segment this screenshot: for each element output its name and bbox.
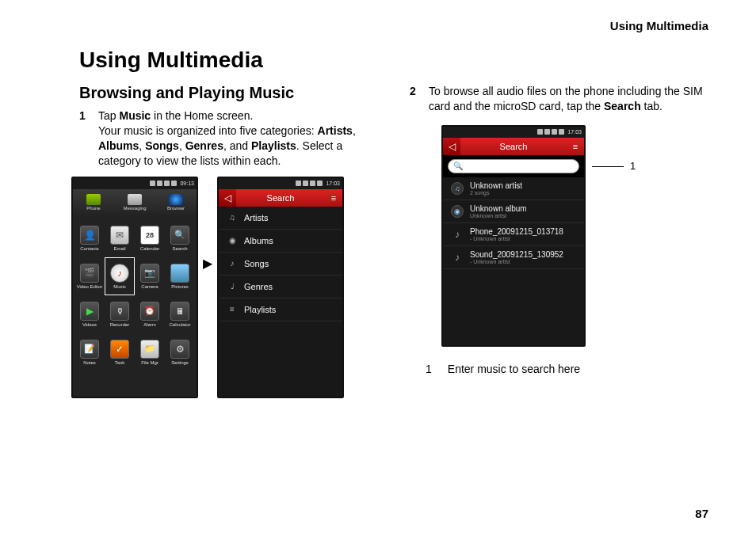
menu-button[interactable]: ≡ (567, 138, 584, 155)
settings-icon (170, 340, 189, 359)
app-label: Pictures (171, 284, 189, 289)
app-label: Videos (82, 322, 97, 327)
search-bar[interactable]: 🔍 (448, 159, 579, 173)
app-camera[interactable]: Camera (135, 257, 165, 295)
back-button[interactable]: ◁ (219, 189, 236, 207)
right-column: 2 To browse all audio files on the phone… (410, 84, 708, 398)
search-input[interactable] (466, 162, 574, 170)
app-ved[interactable]: Video Editor (74, 257, 105, 295)
app-notes[interactable]: Notes (74, 333, 105, 371)
category-icon: ♫ (227, 212, 238, 223)
result-subtitle: Unknown artist (470, 213, 527, 219)
app-label: Contacts (80, 246, 99, 251)
dock-messaging[interactable]: Messaging (114, 189, 155, 216)
status-icon (303, 181, 308, 186)
app-contacts[interactable]: Contacts (74, 219, 105, 257)
result-subtitle: - Unknown artist (470, 259, 563, 264)
callout-line (592, 166, 624, 167)
dock-browser[interactable]: Browser (155, 189, 197, 216)
recorder-icon (110, 302, 129, 321)
email-icon (110, 226, 129, 245)
app-email[interactable]: Email (105, 219, 135, 257)
app-videos[interactable]: Videos (74, 295, 105, 333)
step-text: To browse all audio files on the phone i… (429, 84, 708, 114)
app-music[interactable]: Music (105, 257, 135, 295)
dock-phone[interactable]: Phone (73, 189, 114, 216)
search-results: ♫Unknown artist2 songs◉Unknown albumUnkn… (443, 177, 584, 345)
app-label: Video Editor (77, 284, 103, 289)
back-button[interactable]: ◁ (443, 138, 460, 155)
app-grid: ContactsEmailCalendarSearchVideo EditorM… (73, 216, 197, 397)
music-icon (110, 264, 129, 283)
category-icon: ♪ (227, 258, 238, 269)
result-title: Phone_20091215_013718 (470, 227, 563, 236)
app-settings[interactable]: Settings (165, 333, 195, 371)
title-bar-text: Search (460, 142, 567, 151)
step-text: Tap Music in the Home screen. Your music… (98, 108, 378, 169)
status-time: 17:03 (326, 181, 340, 186)
result-subtitle: 2 songs (470, 190, 522, 196)
home-dock: Phone Messaging Browser (73, 189, 197, 216)
search-icon: 🔍 (453, 162, 463, 170)
app-label: Notes (83, 360, 96, 365)
category-icon: ◉ (227, 235, 238, 246)
search-result-item[interactable]: ◉Unknown albumUnknown artist (443, 200, 584, 223)
step-2: 2 To browse all audio files on the phone… (410, 84, 708, 114)
search-result-item[interactable]: ♪Phone_20091215_013718 - Unknown artist (443, 223, 584, 246)
app-alarm[interactable]: Alarm (135, 295, 165, 333)
messaging-icon (128, 194, 142, 205)
result-icon: ♫ (451, 182, 464, 195)
page-number: 87 (695, 507, 708, 520)
title-bar: ◁ Search ≡ (443, 138, 584, 155)
app-recorder[interactable]: Recorder (105, 295, 135, 333)
ved-icon (80, 264, 99, 283)
music-category-item[interactable]: ≡Playlists (219, 298, 342, 321)
result-subtitle: - Unknown artist (470, 236, 563, 241)
title-bar: ◁ Search ≡ (219, 189, 342, 207)
app-calendar[interactable]: Calendar (135, 219, 165, 257)
status-bar: 17:03 (219, 178, 342, 189)
app-label: Calculator (169, 322, 190, 327)
app-label: Task (115, 360, 124, 365)
music-category-list: ♫Artists◉Albums♪Songs♩Genres≡Playlists (219, 207, 342, 397)
category-label: Albums (244, 236, 273, 245)
menu-button[interactable]: ≡ (325, 189, 342, 207)
music-category-item[interactable]: ♩Genres (219, 276, 342, 298)
status-icon (157, 181, 162, 186)
status-icon (559, 129, 564, 135)
result-title: Sound_20091215_130952 (470, 250, 563, 259)
music-category-item[interactable]: ◉Albums (219, 230, 342, 253)
contacts-icon (80, 226, 99, 245)
status-time: 09:13 (180, 181, 194, 186)
app-pictures[interactable]: Pictures (165, 257, 195, 295)
app-searchi[interactable]: Search (165, 219, 195, 257)
filemgr-icon (140, 340, 159, 359)
arrow-icon: ▶ (203, 256, 212, 271)
phone-search-screenshot: 17:03 ◁ Search ≡ 🔍 ♫Unknown artist2 song… (441, 125, 586, 347)
app-calc[interactable]: Calculator (165, 295, 195, 333)
status-bar: 09:13 (73, 178, 197, 189)
status-icon (310, 181, 315, 186)
search-result-item[interactable]: ♫Unknown artist2 songs (443, 177, 584, 200)
calc-icon (170, 302, 189, 321)
search-result-item[interactable]: ♪Sound_20091215_130952 - Unknown artist (443, 246, 584, 269)
notes-icon (80, 340, 99, 359)
app-label: Alarm (143, 322, 156, 327)
videos-icon (80, 302, 99, 321)
app-task[interactable]: Task (105, 333, 135, 371)
page-title: Using Multimedia (79, 48, 708, 73)
status-time: 17:03 (567, 129, 582, 135)
callout-legend-text: Enter music to search here (448, 363, 580, 375)
status-icon (150, 181, 155, 186)
app-label: Camera (141, 284, 158, 289)
browser-icon (169, 194, 183, 205)
music-category-item[interactable]: ♪Songs (219, 253, 342, 276)
callout-number: 1 (630, 160, 636, 172)
callout-legend: 1 Enter music to search here (426, 363, 708, 375)
task-icon (110, 340, 129, 359)
music-category-item[interactable]: ♫Artists (219, 207, 342, 230)
status-icon (537, 129, 543, 135)
section-heading: Browsing and Playing Music (79, 84, 378, 102)
app-filemgr[interactable]: File Mgr (135, 333, 165, 371)
step-number: 1 (79, 108, 90, 169)
